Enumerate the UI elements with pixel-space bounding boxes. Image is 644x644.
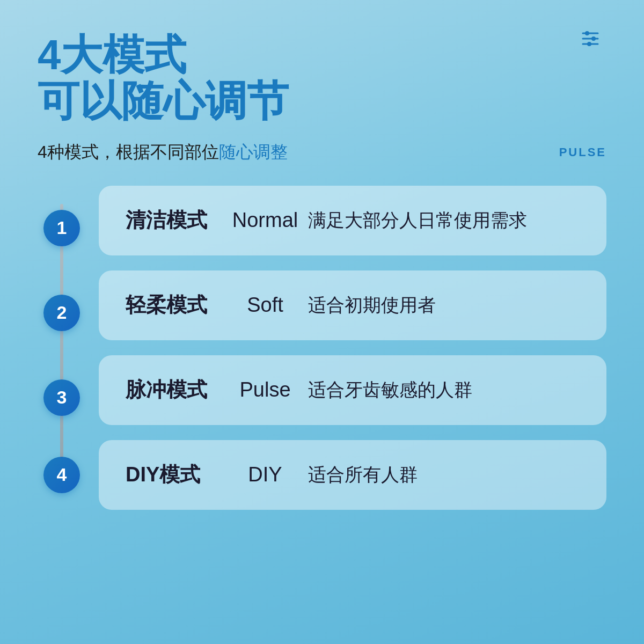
svg-point-5 [587, 42, 591, 46]
mode-name-en-2: Soft [222, 294, 308, 317]
page-background: 4大模式 可以随心调节 4种模式，根据不同部位随心调整 PULSE 1234 清… [0, 0, 644, 644]
mode-desc-3: 适合牙齿敏感的人群 [308, 377, 580, 403]
brand-label: PULSE [559, 145, 606, 159]
mode-desc-2: 适合初期使用者 [308, 292, 580, 318]
svg-point-3 [585, 31, 589, 35]
mode-name-cn-1: 清洁模式 [126, 207, 222, 234]
mode-card-3: 脉冲模式Pulse适合牙齿敏感的人群 [99, 355, 606, 425]
mode-name-en-1: Normal [222, 209, 308, 232]
mode-card-1: 清洁模式Normal满足大部分人日常使用需求 [99, 186, 606, 255]
mode-name-cn-3: 脉冲模式 [126, 376, 222, 404]
mode-card-4: DIY模式DIY适合所有人群 [99, 440, 606, 510]
main-title: 4大模式 可以随心调节 [38, 32, 606, 125]
mode-desc-4: 适合所有人群 [308, 462, 580, 488]
step-circle-4: 4 [43, 457, 80, 493]
adjust-icon [580, 28, 601, 54]
svg-point-4 [591, 36, 596, 41]
title-line1: 4大模式 [38, 32, 606, 78]
mode-name-cn-2: 轻柔模式 [126, 291, 222, 319]
mode-desc-1: 满足大部分人日常使用需求 [308, 208, 580, 233]
timeline-column: 1234 [38, 186, 86, 510]
subtitle-link[interactable]: 随心调整 [219, 142, 288, 162]
subtitle-prefix: 4种模式，根据不同部位 [38, 142, 219, 162]
step-circle-3: 3 [43, 379, 80, 416]
mode-name-en-3: Pulse [222, 378, 308, 401]
step-circle-2: 2 [43, 295, 80, 331]
mode-cards-list: 清洁模式Normal满足大部分人日常使用需求轻柔模式Soft适合初期使用者脉冲模… [86, 186, 606, 510]
subtitle-row: 4种模式，根据不同部位随心调整 PULSE [38, 141, 606, 164]
subtitle-text: 4种模式，根据不同部位随心调整 [38, 141, 288, 164]
step-circle-1: 1 [43, 210, 80, 246]
title-line2: 可以随心调节 [38, 78, 606, 125]
mode-name-cn-4: DIY模式 [126, 461, 222, 488]
content-area: 1234 清洁模式Normal满足大部分人日常使用需求轻柔模式Soft适合初期使… [38, 186, 606, 510]
mode-card-2: 轻柔模式Soft适合初期使用者 [99, 270, 606, 340]
mode-name-en-4: DIY [222, 463, 308, 486]
